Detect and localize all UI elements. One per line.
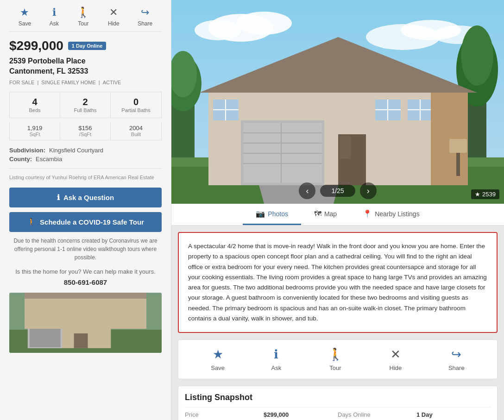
listing-address: 2539 Portobella Place Cantonment, FL 325…: [9, 56, 162, 77]
year-built-stat: 2004 Built: [111, 122, 161, 140]
bottom-info-icon: ℹ: [274, 347, 278, 362]
listing-meta: FOR SALE | SINGLE FAMILY HOME | ACTIVE: [9, 80, 162, 85]
bottom-walk-icon: 🚶: [328, 347, 343, 362]
property-type: SINGLE FAMILY HOME: [41, 80, 96, 85]
right-panel: ‹ 1/25 › ★ 2539 📷 Photos 🗺 Map 📍 Nearby …: [171, 0, 504, 420]
save-button[interactable]: ★ Save: [19, 6, 31, 27]
county-row: County: Escambia: [9, 156, 162, 163]
property-description: A spectacular 4/2 home that is move-in r…: [178, 232, 498, 333]
main-photo: ‹ 1/25 › ★ 2539: [171, 0, 504, 204]
photo-prev-button[interactable]: ‹: [299, 182, 315, 199]
bottom-hide-button[interactable]: ✕ Hide: [390, 347, 402, 371]
share-label: Share: [138, 20, 152, 27]
top-action-bar: ★ Save ℹ Ask 🚶 Tour ✕ Hide ↪ Share: [9, 0, 162, 32]
snapshot-days-col: Days Online 1 Day: [338, 411, 491, 418]
walk-icon: 🚶: [77, 6, 89, 19]
camera-icon: 📷: [256, 209, 265, 218]
secondary-stats-grid: 1,919 SqFt $156 /SqFt 2004 Built: [9, 122, 162, 140]
star-badge-icon: ★: [475, 191, 480, 198]
bottom-x-icon: ✕: [391, 347, 401, 362]
svg-rect-6: [74, 333, 88, 348]
svg-rect-7: [30, 318, 43, 327]
svg-rect-37: [340, 136, 351, 159]
svg-point-14: [195, 20, 241, 40]
tour-button[interactable]: 🚶 Tour: [77, 6, 89, 27]
ask-question-button[interactable]: ℹ Ask a Question: [9, 188, 162, 207]
info-icon: ℹ: [52, 6, 56, 19]
share-icon: ↪: [141, 6, 149, 19]
share-button[interactable]: ↪ Share: [138, 6, 152, 27]
phone-number: 850-691-6087: [9, 278, 162, 286]
sqft-stat: 1,919 SqFt: [10, 122, 60, 140]
pin-icon: 📍: [363, 209, 372, 218]
svg-point-23: [461, 25, 493, 86]
listing-snapshot: Listing Snapshot Price $299,000 Days Onl…: [178, 386, 498, 420]
photo-next-button[interactable]: ›: [360, 182, 377, 199]
home-question-text: Is this the home for you? We can help ma…: [9, 267, 162, 276]
thumbnail-image: [9, 293, 162, 353]
photo-id-badge: ★ 2539: [471, 189, 499, 199]
main-stats-grid: 4 Beds 2 Full Baths 0 Partial Baths: [9, 92, 162, 118]
price-row: $299,000 1 Day Online: [9, 38, 162, 53]
hide-button[interactable]: ✕ Hide: [108, 6, 120, 27]
price-sqft-stat: $156 /SqFt: [60, 122, 111, 140]
bottom-tour-button[interactable]: 🚶 Tour: [328, 347, 343, 371]
svg-rect-48: [456, 153, 460, 176]
photo-counter: 1/25: [320, 185, 355, 197]
bottom-ask-button[interactable]: ℹ Ask: [271, 347, 282, 371]
svg-rect-8: [49, 318, 62, 327]
listing-price: $299,000: [9, 38, 63, 53]
info-circle-icon: ℹ: [57, 193, 60, 202]
photo-navigation: ‹ 1/25 ›: [171, 178, 504, 204]
listing-courtesy: Listing courtesy of Yunhui Roehrig of ER…: [9, 174, 162, 181]
svg-rect-10: [99, 318, 112, 327]
svg-point-13: [236, 12, 292, 35]
sale-type: FOR SALE: [9, 80, 34, 85]
bottom-share-button[interactable]: ↪ Share: [448, 347, 465, 371]
ask-label: Ask: [50, 20, 59, 27]
svg-rect-49: [449, 139, 467, 153]
partial-baths-stat: 0 Partial Baths: [111, 92, 161, 118]
x-icon: ✕: [109, 6, 118, 19]
bottom-share-icon: ↪: [451, 347, 461, 362]
ask-button[interactable]: ℹ Ask: [50, 6, 59, 27]
map-icon: 🗺: [314, 210, 321, 218]
bottom-save-button[interactable]: ★ Save: [211, 347, 225, 371]
star-icon: ★: [20, 6, 29, 19]
snapshot-price-col: Price $299,000: [185, 411, 338, 418]
days-online-badge: 1 Day Online: [68, 42, 107, 50]
schedule-tour-button[interactable]: 🚶 Schedule a COVID-19 Safe Tour: [9, 212, 162, 232]
tab-nearby[interactable]: 📍 Nearby Listings: [350, 204, 433, 225]
divider-1: [9, 168, 162, 169]
left-panel: ★ Save ℹ Ask 🚶 Tour ✕ Hide ↪ Share $299,…: [0, 0, 171, 420]
tab-photos[interactable]: 📷 Photos: [243, 204, 301, 225]
subdivision-row: Subdivision: Kingsfield Courtyard: [9, 147, 162, 154]
full-baths-stat: 2 Full Baths: [60, 92, 111, 118]
snapshot-row-price: Price $299,000 Days Online 1 Day: [185, 407, 491, 420]
beds-stat: 4 Beds: [10, 92, 60, 118]
bottom-action-bar: ★ Save ℹ Ask 🚶 Tour ✕ Hide ↪ Share: [178, 339, 498, 379]
covid-notice: Due to the health concerns created by Co…: [9, 237, 162, 262]
tour-label: Tour: [78, 20, 88, 27]
hide-label: Hide: [108, 20, 120, 27]
save-label: Save: [19, 20, 31, 27]
svg-marker-3: [23, 297, 115, 316]
property-thumbnail[interactable]: [9, 293, 162, 353]
view-tabs: 📷 Photos 🗺 Map 📍 Nearby Listings: [171, 204, 504, 226]
tab-map[interactable]: 🗺 Map: [301, 204, 350, 225]
svg-rect-5: [30, 329, 61, 347]
listing-status: ACTIVE: [103, 80, 121, 85]
svg-rect-9: [81, 318, 94, 327]
bottom-star-icon: ★: [213, 347, 223, 362]
walk-tour-icon: 🚶: [27, 218, 36, 226]
snapshot-title: Listing Snapshot: [185, 386, 491, 407]
